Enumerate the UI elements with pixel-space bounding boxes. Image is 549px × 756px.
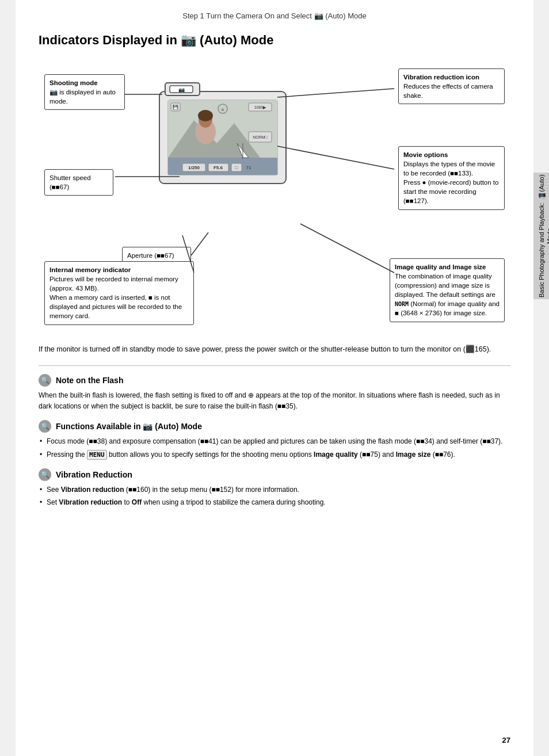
svg-point-12 (198, 110, 213, 121)
callout-quality-text: The combination of image quality (compre… (395, 273, 500, 316)
note-vibration-header: 🔍 Vibration Reduction (39, 468, 510, 481)
section-title: Indicators Displayed in 📷 (Auto) Mode (39, 33, 510, 48)
callout-memory-title: Internal memory indicator (49, 266, 131, 273)
callout-vibration-text: Reduces the effects of camera shake. (403, 83, 493, 99)
callout-shooting-text: is displayed in auto mode. (49, 89, 116, 105)
page-number: 27 (502, 736, 510, 744)
note-vibration-item-2: Set Vibration reduction to Off when usin… (39, 497, 510, 508)
sidebar-tab-text: Basic Photography and Playback: 📷 (Auto)… (537, 173, 549, 299)
note-functions-item-1: Focus mode (■■38) and exposure compensat… (39, 436, 510, 447)
callout-shutter-speed: Shutter speed (■■67) (44, 169, 113, 196)
note-flash-section: 🔍 Note on the Flash When the built-in fl… (39, 374, 510, 412)
note-vibration-item-1: See Vibration reduction (■■160) in the s… (39, 484, 510, 495)
svg-text:⊗: ⊗ (221, 108, 224, 112)
callout-movie-options: Movie options Displays the types of the … (398, 146, 505, 210)
page-header: Step 1 Turn the Camera On and Select 📷 (… (39, 12, 510, 22)
svg-text:1/250: 1/250 (188, 165, 200, 170)
note-functions-list: Focus mode (■■38) and exposure compensat… (39, 436, 510, 460)
camera-image: 📷 1/250 (142, 68, 303, 241)
callout-shooting-mode: Shooting mode 📷 is displayed in auto mod… (44, 74, 125, 110)
title-camera-icon: 📷 (181, 33, 200, 47)
header-text: Step 1 Turn the Camera On and Select (182, 12, 312, 20)
note-flash-header: 🔍 Note on the Flash (39, 374, 510, 387)
note-functions-section: 🔍 Functions Available in 📷 (Auto) Mode F… (39, 420, 510, 460)
note-functions-title: Functions Available in 📷 (Auto) Mode (56, 422, 202, 431)
header-mode: (Auto) Mode (325, 12, 367, 20)
note-functions-item-2: Pressing the MENU button allows you to s… (39, 449, 510, 460)
svg-text:NORM□: NORM□ (253, 135, 268, 139)
note-flash-title: Note on the Flash (56, 376, 123, 385)
note-vibration-section: 🔍 Vibration Reduction See Vibration redu… (39, 468, 510, 508)
camera-diagram: Shooting mode 📷 is displayed in auto mod… (39, 57, 510, 333)
callout-shooting-title: Shooting mode (49, 79, 98, 86)
callout-shutter-text: Shutter speed (■■67) (49, 174, 91, 190)
callout-quality-title: Image quality and Image size (395, 264, 486, 270)
svg-line-33 (300, 224, 394, 273)
callout-internal-memory: Internal memory indicator Pictures will … (44, 261, 194, 325)
note-flash-icon: 🔍 (39, 374, 51, 387)
callout-memory-text: Pictures will be recorded to internal me… (49, 276, 182, 319)
note-flash-body: When the built-in flash is lowered, the … (39, 390, 510, 412)
note-functions-icon: 🔍 (39, 420, 51, 433)
callout-movie-text: Displays the types of the movie to be re… (403, 161, 498, 204)
svg-text:1080▶: 1080▶ (254, 105, 267, 109)
callout-vibration-title: Vibration reduction icon (403, 74, 479, 81)
svg-text:F5.6: F5.6 (214, 165, 223, 170)
svg-text:💾: 💾 (173, 104, 178, 110)
sidebar-tab: Basic Photography and Playback: 📷 (Auto)… (533, 173, 549, 299)
note-functions-header: 🔍 Functions Available in 📷 (Auto) Mode (39, 420, 510, 433)
note-vibration-icon: 🔍 (39, 468, 51, 481)
body-text: If the monitor is turned off in standby … (39, 343, 510, 355)
divider-1 (39, 365, 510, 366)
note-vibration-title: Vibration Reduction (56, 470, 132, 479)
svg-text:📷: 📷 (178, 86, 185, 93)
callout-vibration-reduction: Vibration reduction icon Reduces the eff… (398, 68, 505, 104)
svg-text:□: □ (235, 165, 238, 170)
svg-text:71: 71 (246, 165, 251, 170)
callout-aperture-text: Aperture (■■67) (127, 252, 174, 259)
header-camera-icon: 📷 (314, 12, 326, 20)
callout-movie-title: Movie options (403, 151, 448, 158)
callout-shooting-icon: 📷 (49, 89, 58, 96)
callout-image-quality: Image quality and Image size The combina… (390, 258, 505, 322)
note-vibration-list: See Vibration reduction (■■160) in the s… (39, 484, 510, 508)
